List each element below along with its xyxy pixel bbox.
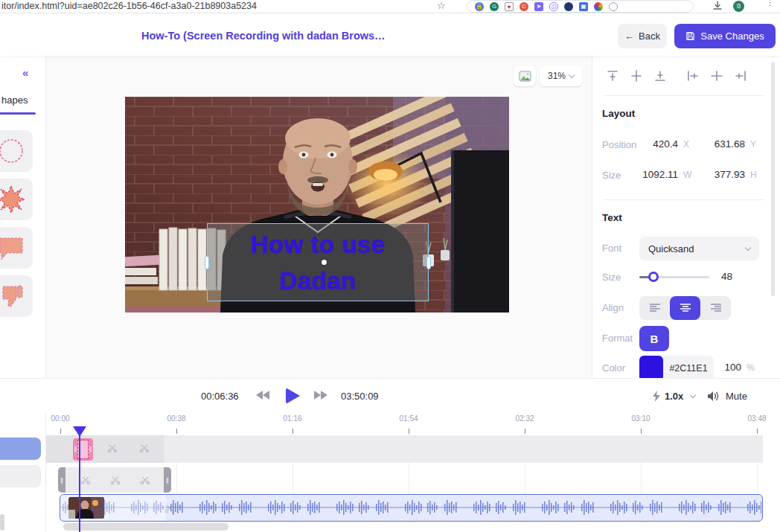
video-preview[interactable]: How to use Dadan <box>125 97 509 313</box>
text-align-group <box>639 296 731 320</box>
bookmark-star-icon[interactable]: ☆ <box>437 0 446 11</box>
timeline-horizontal-scrollbar[interactable] <box>63 523 228 531</box>
color-opacity-value[interactable]: 100 <box>719 362 741 373</box>
align-bottom-icon[interactable] <box>653 68 668 83</box>
shape-circle[interactable] <box>0 130 33 172</box>
zoom-level-dropdown[interactable]: 31% <box>540 65 582 86</box>
color-swatch[interactable] <box>639 356 663 378</box>
image-icon <box>519 71 531 82</box>
cut-icon[interactable] <box>138 473 152 487</box>
align-text-right-button[interactable] <box>700 296 731 320</box>
inspector-scrollbar[interactable] <box>771 62 775 296</box>
track-header-selected[interactable] <box>0 438 41 460</box>
time-tick: 02:32 <box>510 414 540 423</box>
shape-starburst[interactable] <box>0 179 33 220</box>
playhead-line[interactable] <box>79 429 80 532</box>
format-label: Format <box>602 333 633 344</box>
align-text-left-button[interactable] <box>639 296 670 320</box>
align-right-icon[interactable] <box>733 68 748 83</box>
tab-shapes[interactable]: hapes <box>1 94 28 106</box>
rewind-icon <box>256 391 263 400</box>
position-x-unit: X <box>683 139 689 150</box>
rewind-icon <box>263 391 269 400</box>
background-image-button[interactable] <box>514 65 536 86</box>
rewind-button[interactable] <box>256 391 269 400</box>
align-vertical-center-icon[interactable] <box>629 68 644 83</box>
shape-thumbs-down[interactable] <box>0 275 33 317</box>
save-icon <box>685 31 695 41</box>
current-time: 00:06:36 <box>201 391 239 402</box>
layout-section-title: Layout <box>602 108 635 119</box>
project-title[interactable]: How-To (Screen Recording with dadan Brow… <box>141 30 386 42</box>
cut-icon[interactable] <box>109 473 122 487</box>
sidebar-collapse-icon[interactable]: « <box>22 66 28 79</box>
clip-trim-right[interactable]: ∥ <box>164 467 171 493</box>
circle-shape-icon <box>0 137 25 165</box>
playback-speed[interactable]: 1.0x <box>665 391 683 402</box>
timeline: 00:00 00:38 01:16 01:54 02:32 03:10 03:4… <box>0 413 780 532</box>
mail-extension-icon[interactable]: ♥ <box>505 2 514 11</box>
resize-handle-right[interactable] <box>426 256 431 269</box>
speech-bubble-shape-icon <box>0 234 26 262</box>
mute-button[interactable]: Mute <box>726 391 747 402</box>
sphere-extension-icon[interactable] <box>564 2 573 11</box>
clip-trim-left[interactable]: ∥ <box>58 467 65 493</box>
browser-profile-avatar[interactable]: 0 <box>733 1 744 12</box>
puzzle-extensions-icon[interactable] <box>609 2 618 11</box>
speaker-icon[interactable] <box>707 391 720 402</box>
tick-mark <box>641 429 642 434</box>
animal-extension-icon[interactable]: ᘏ <box>549 2 558 11</box>
pinwheel-extension-icon[interactable] <box>594 2 603 11</box>
slider-knob[interactable] <box>648 272 659 282</box>
clip-trim-left[interactable]: ∥ <box>74 446 77 453</box>
play-button[interactable] <box>284 388 301 405</box>
cut-icon[interactable] <box>138 441 151 455</box>
preview-canvas: 31% <box>46 56 592 378</box>
privacy-lock-extension-icon[interactable]: 🔒 <box>475 2 484 11</box>
align-top-icon[interactable] <box>605 68 620 83</box>
grammarly-extension-icon[interactable]: G <box>490 2 499 11</box>
address-bar[interactable]: itor/index.html?uid=ae802c26-1b56-46cf-a… <box>1 1 257 11</box>
resize-handle-left[interactable] <box>205 256 209 269</box>
speed-bolt-icon <box>652 391 661 402</box>
chevron-down-icon <box>569 71 575 77</box>
inspector-panel: Layout Position 420.4 X 631.68 Y Size 10… <box>592 56 780 378</box>
fast-forward-icon <box>321 391 327 400</box>
starburst-shape-icon <box>0 185 26 214</box>
fast-forward-button[interactable] <box>314 391 327 400</box>
size-h-value[interactable]: 377.93 <box>703 169 745 180</box>
cut-icon[interactable] <box>79 473 92 487</box>
position-y-value[interactable]: 631.68 <box>703 138 745 150</box>
save-changes-button[interactable]: Save Changes <box>674 24 776 48</box>
font-size-slider[interactable] <box>639 276 709 278</box>
text-clip[interactable]: ∥ ∥ <box>73 438 93 461</box>
font-select[interactable]: Quicksand <box>639 237 759 260</box>
align-text-center-button[interactable] <box>670 296 700 320</box>
shape-speech-bubble[interactable] <box>0 227 33 269</box>
scan-extension-icon[interactable]: ▣ <box>579 2 588 11</box>
clip-trim-right[interactable]: ∥ <box>89 446 92 453</box>
align-horizontal-center-icon[interactable] <box>709 68 724 83</box>
size-w-value[interactable]: 1092.11 <box>637 169 678 180</box>
browser-menu-icon[interactable]: ⋮ <box>766 0 769 4</box>
chevron-down-icon[interactable] <box>690 392 696 398</box>
cut-icon[interactable] <box>163 501 176 515</box>
timeline-vertical-scrollbar[interactable] <box>0 514 4 531</box>
cut-icon[interactable] <box>106 441 119 455</box>
c-extension-icon[interactable]: C <box>520 2 528 11</box>
back-button[interactable]: ← Back <box>618 24 667 48</box>
arrow-extension-icon[interactable]: ➤ <box>534 2 543 11</box>
track-header[interactable] <box>0 465 41 487</box>
font-size-value[interactable]: 48 <box>710 271 732 282</box>
bold-button[interactable]: B <box>639 326 669 351</box>
text-overlay-box[interactable]: How to use Dadan <box>207 223 429 301</box>
center-handle[interactable] <box>322 260 327 265</box>
align-left-icon[interactable] <box>685 68 700 83</box>
download-icon[interactable] <box>712 1 723 11</box>
time-tick: 03:48 <box>742 414 772 423</box>
track-text <box>46 435 763 463</box>
video-audio-clip[interactable] <box>60 494 763 522</box>
tick-mark <box>176 429 177 434</box>
color-hex-field[interactable]: #2C11E1 <box>663 356 714 378</box>
position-x-value[interactable]: 420.4 <box>637 138 678 150</box>
